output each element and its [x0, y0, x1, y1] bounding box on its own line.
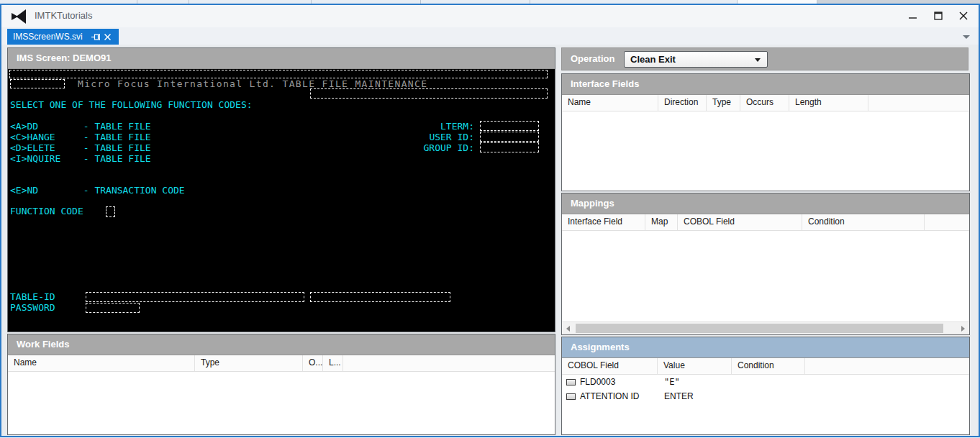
column-header-occurs[interactable]: Occurs: [740, 95, 789, 111]
scrollbar-track[interactable]: [574, 322, 957, 334]
scroll-left-button[interactable]: [562, 322, 574, 334]
column-header-type[interactable]: Type: [707, 95, 740, 111]
column-header-filler: [868, 95, 969, 111]
assignment-row[interactable]: FLD0003 "E": [562, 375, 969, 389]
screen-field-password[interactable]: [86, 303, 140, 313]
scroll-left-icon: [566, 326, 570, 332]
terminal-label-lterm: LTERM:: [381, 121, 474, 132]
terminal-menu-add: <A>DD - TABLE FILE: [10, 121, 151, 132]
horizontal-scrollbar[interactable]: [562, 321, 969, 334]
screen-field-userid[interactable]: [480, 132, 539, 142]
scroll-right-button[interactable]: [957, 322, 969, 334]
terminal-password-label: PASSWORD: [10, 302, 55, 313]
column-header-occurs[interactable]: O...: [303, 355, 323, 371]
work-fields-column-headers: Name Type O... L...: [8, 355, 555, 372]
terminal-function-code-label: FUNCTION CODE: [10, 206, 83, 216]
assignments-title: Assignments: [562, 337, 969, 358]
assignment-cobol-field: ATTENTION ID: [580, 391, 639, 401]
mappings-panel: Mappings Interface Field Map COBOL Field…: [561, 193, 970, 335]
column-header-filler: [925, 214, 969, 230]
scrollbar-thumb[interactable]: [576, 324, 943, 333]
column-header-map[interactable]: Map: [645, 214, 678, 230]
combo-dropdown-icon: [755, 58, 761, 62]
column-header-length[interactable]: Length: [789, 95, 868, 111]
terminal-menu-inquire: <I>NQUIRE - TABLE FILE: [10, 153, 151, 164]
tab-list-dropdown-icon[interactable]: [963, 35, 970, 39]
column-header-length[interactable]: L...: [323, 355, 343, 371]
column-header-condition[interactable]: Condition: [732, 358, 805, 374]
screen-field-lterm[interactable]: [480, 121, 539, 131]
column-header-direction[interactable]: Direction: [658, 95, 707, 111]
mappings-column-headers: Interface Field Map COBOL Field Conditio…: [562, 214, 969, 231]
assignment-row[interactable]: ATTENTION ID ENTER: [562, 389, 969, 403]
work-fields-panel: Work Fields Name Type O... L...: [7, 334, 555, 435]
assignment-value: ENTER: [658, 391, 732, 401]
screen-field[interactable]: [10, 79, 65, 88]
column-header-filler: [805, 358, 969, 374]
assignment-cobol-field: FLD0003: [580, 377, 615, 387]
tab-imsscreenws[interactable]: IMSScreenWS.svi: [7, 29, 119, 45]
assignments-column-headers: COBOL Field Value Condition: [562, 358, 969, 375]
work-fields-list[interactable]: [8, 372, 555, 434]
scroll-right-icon: [961, 326, 965, 332]
interface-fields-column-headers: Name Direction Type Occurs Length: [562, 95, 969, 111]
assignment-field-icon: [566, 393, 576, 400]
column-header-name[interactable]: Name: [8, 355, 195, 371]
assignments-list: FLD0003 "E" ATTENTION ID ENTER: [562, 375, 969, 434]
terminal-tableid-label: TABLE-ID: [10, 291, 55, 302]
titlebar: IMTKTutorials: [1, 5, 979, 27]
mappings-title: Mappings: [562, 193, 969, 214]
close-button[interactable]: [951, 5, 976, 27]
terminal-end-line: <E>ND - TRANSACTION CODE: [10, 185, 185, 196]
maximize-button[interactable]: [926, 5, 950, 27]
operation-label: Operation: [571, 53, 614, 64]
column-header-name[interactable]: Name: [562, 95, 658, 111]
screen: IMTKTutorials IMSScreenWS.svi: [0, 0, 980, 438]
screen-field-groupid[interactable]: [480, 142, 539, 152]
visual-studio-logo-icon: [10, 8, 27, 25]
pin-icon[interactable]: [91, 32, 101, 42]
maximize-icon: [934, 12, 943, 20]
terminal-banner-text: Micro Focus International Ltd. TABLE FIL…: [78, 78, 427, 89]
column-header-cobol-field[interactable]: COBOL Field: [562, 358, 658, 374]
document-tab-bar: IMSScreenWS.svi: [1, 27, 979, 45]
operation-selected-value: Clean Exit: [630, 54, 676, 65]
column-header-filler: [343, 355, 555, 371]
ims-terminal-canvas[interactable]: Micro Focus International Ltd. TABLE FIL…: [8, 69, 555, 332]
column-header-cobol-field[interactable]: COBOL Field: [678, 214, 802, 230]
work-fields-title: Work Fields: [8, 334, 555, 355]
terminal-menu-delete: <D>ELETE - TABLE FILE: [10, 142, 151, 153]
vertical-splitter[interactable]: [556, 47, 561, 434]
assignment-field-icon: [566, 379, 576, 385]
column-header-condition[interactable]: Condition: [802, 214, 925, 230]
close-icon: [959, 12, 968, 20]
screen-field-function-code[interactable]: [106, 206, 115, 217]
column-header-interface-field[interactable]: Interface Field: [562, 214, 645, 230]
screen-field[interactable]: [9, 70, 548, 78]
terminal-label-groupid: GROUP ID:: [381, 142, 474, 153]
assignments-panel: Assignments COBOL Field Value Condition …: [561, 337, 970, 435]
screen-field[interactable]: [310, 88, 548, 99]
app-window: IMTKTutorials IMSScreenWS.svi: [0, 4, 980, 437]
screen-field-tableid-2[interactable]: [310, 292, 450, 302]
interface-fields-title: Interface Fields: [562, 74, 969, 95]
operation-select[interactable]: Clean Exit: [624, 51, 768, 68]
operation-bar: Operation Clean Exit: [561, 47, 968, 70]
column-header-type[interactable]: Type: [195, 355, 303, 371]
tab-close-icon[interactable]: [103, 32, 113, 42]
screen-field-tableid-1[interactable]: [86, 292, 304, 302]
terminal-menu-change: <C>HANGE - TABLE FILE: [10, 132, 151, 142]
mappings-list[interactable]: [562, 231, 969, 321]
minimize-button[interactable]: [900, 5, 925, 27]
interface-fields-list[interactable]: [562, 111, 969, 191]
minimize-icon: [909, 12, 917, 20]
window-title: IMTKTutorials: [35, 10, 92, 21]
tab-label: IMSScreenWS.svi: [13, 32, 83, 42]
ims-screen-title: IMS Screen: DEMO91: [8, 48, 555, 69]
ims-screen-panel: IMS Screen: DEMO91 Micro Focus Internati…: [7, 47, 555, 332]
terminal-select-line: SELECT ONE OF THE FOLLOWING FUNCTION COD…: [10, 99, 253, 110]
assignment-value: "E": [658, 377, 732, 387]
column-header-value[interactable]: Value: [658, 358, 732, 374]
interface-fields-panel: Interface Fields Name Direction Type Occ…: [561, 73, 970, 191]
terminal-label-userid: USER ID:: [381, 132, 474, 142]
